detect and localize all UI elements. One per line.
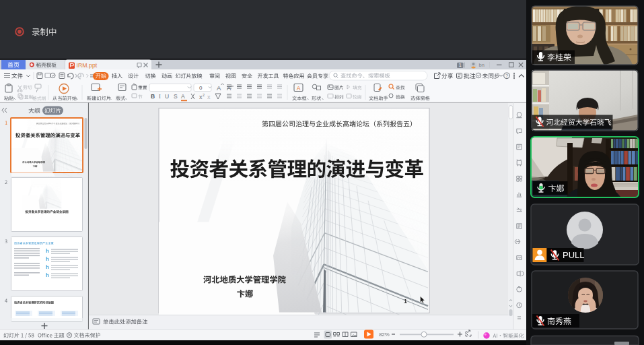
svg-text:0: 0 bbox=[199, 85, 203, 91]
svg-text:1: 1 bbox=[459, 63, 462, 67]
svg-text:bn: bn bbox=[479, 62, 485, 68]
svg-text:U: U bbox=[165, 93, 169, 100]
svg-text:x: x bbox=[207, 94, 211, 100]
svg-text:IRM.ppt: IRM.ppt bbox=[77, 62, 98, 69]
svg-text:I: I bbox=[159, 93, 161, 100]
svg-text:?: ? bbox=[505, 73, 508, 79]
svg-text:A: A bbox=[297, 85, 301, 92]
svg-text:S: S bbox=[174, 93, 178, 100]
svg-text:82%: 82% bbox=[379, 332, 390, 338]
svg-text:PULL: PULL bbox=[563, 250, 585, 260]
svg-text:A: A bbox=[181, 93, 185, 100]
svg-text:2: 2 bbox=[203, 93, 205, 97]
svg-text:1: 1 bbox=[404, 298, 407, 305]
svg-text:B: B bbox=[151, 93, 155, 100]
svg-text:A: A bbox=[217, 84, 221, 92]
